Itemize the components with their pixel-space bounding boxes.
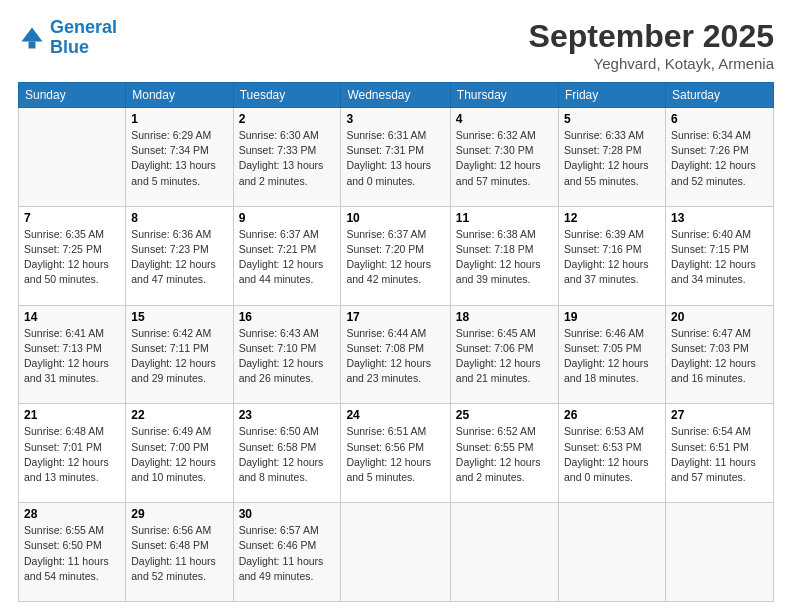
calendar-cell: 10Sunrise: 6:37 AMSunset: 7:20 PMDayligh… bbox=[341, 206, 450, 305]
day-info: Sunrise: 6:39 AMSunset: 7:16 PMDaylight:… bbox=[564, 227, 660, 288]
day-info: Sunrise: 6:35 AMSunset: 7:25 PMDaylight:… bbox=[24, 227, 120, 288]
calendar-cell bbox=[19, 108, 126, 207]
day-number: 5 bbox=[564, 112, 660, 126]
weekday-header: Thursday bbox=[450, 83, 558, 108]
calendar-week-row: 14Sunrise: 6:41 AMSunset: 7:13 PMDayligh… bbox=[19, 305, 774, 404]
calendar-cell: 16Sunrise: 6:43 AMSunset: 7:10 PMDayligh… bbox=[233, 305, 341, 404]
day-info: Sunrise: 6:36 AMSunset: 7:23 PMDaylight:… bbox=[131, 227, 227, 288]
day-info: Sunrise: 6:34 AMSunset: 7:26 PMDaylight:… bbox=[671, 128, 768, 189]
calendar-header-row: SundayMondayTuesdayWednesdayThursdayFrid… bbox=[19, 83, 774, 108]
day-number: 25 bbox=[456, 408, 553, 422]
calendar-cell: 28Sunrise: 6:55 AMSunset: 6:50 PMDayligh… bbox=[19, 503, 126, 602]
calendar-cell: 26Sunrise: 6:53 AMSunset: 6:53 PMDayligh… bbox=[558, 404, 665, 503]
day-number: 29 bbox=[131, 507, 227, 521]
day-number: 11 bbox=[456, 211, 553, 225]
day-info: Sunrise: 6:42 AMSunset: 7:11 PMDaylight:… bbox=[131, 326, 227, 387]
day-info: Sunrise: 6:33 AMSunset: 7:28 PMDaylight:… bbox=[564, 128, 660, 189]
day-info: Sunrise: 6:56 AMSunset: 6:48 PMDaylight:… bbox=[131, 523, 227, 584]
day-number: 13 bbox=[671, 211, 768, 225]
weekday-header: Sunday bbox=[19, 83, 126, 108]
svg-rect-2 bbox=[29, 41, 36, 48]
day-info: Sunrise: 6:29 AMSunset: 7:34 PMDaylight:… bbox=[131, 128, 227, 189]
calendar-cell: 9Sunrise: 6:37 AMSunset: 7:21 PMDaylight… bbox=[233, 206, 341, 305]
page: General Blue September 2025 Yeghvard, Ko… bbox=[0, 0, 792, 612]
day-number: 30 bbox=[239, 507, 336, 521]
location: Yeghvard, Kotayk, Armenia bbox=[529, 55, 774, 72]
day-number: 17 bbox=[346, 310, 444, 324]
calendar-cell: 20Sunrise: 6:47 AMSunset: 7:03 PMDayligh… bbox=[666, 305, 774, 404]
day-number: 15 bbox=[131, 310, 227, 324]
day-info: Sunrise: 6:49 AMSunset: 7:00 PMDaylight:… bbox=[131, 424, 227, 485]
calendar-cell: 7Sunrise: 6:35 AMSunset: 7:25 PMDaylight… bbox=[19, 206, 126, 305]
calendar-cell: 8Sunrise: 6:36 AMSunset: 7:23 PMDaylight… bbox=[126, 206, 233, 305]
day-info: Sunrise: 6:46 AMSunset: 7:05 PMDaylight:… bbox=[564, 326, 660, 387]
calendar-cell: 12Sunrise: 6:39 AMSunset: 7:16 PMDayligh… bbox=[558, 206, 665, 305]
day-info: Sunrise: 6:37 AMSunset: 7:20 PMDaylight:… bbox=[346, 227, 444, 288]
day-number: 6 bbox=[671, 112, 768, 126]
day-number: 27 bbox=[671, 408, 768, 422]
calendar-week-row: 7Sunrise: 6:35 AMSunset: 7:25 PMDaylight… bbox=[19, 206, 774, 305]
calendar-cell: 3Sunrise: 6:31 AMSunset: 7:31 PMDaylight… bbox=[341, 108, 450, 207]
day-number: 2 bbox=[239, 112, 336, 126]
day-number: 18 bbox=[456, 310, 553, 324]
weekday-header: Wednesday bbox=[341, 83, 450, 108]
calendar-cell: 25Sunrise: 6:52 AMSunset: 6:55 PMDayligh… bbox=[450, 404, 558, 503]
weekday-header: Tuesday bbox=[233, 83, 341, 108]
calendar-cell: 23Sunrise: 6:50 AMSunset: 6:58 PMDayligh… bbox=[233, 404, 341, 503]
day-info: Sunrise: 6:54 AMSunset: 6:51 PMDaylight:… bbox=[671, 424, 768, 485]
day-info: Sunrise: 6:53 AMSunset: 6:53 PMDaylight:… bbox=[564, 424, 660, 485]
calendar-week-row: 28Sunrise: 6:55 AMSunset: 6:50 PMDayligh… bbox=[19, 503, 774, 602]
title-block: September 2025 Yeghvard, Kotayk, Armenia bbox=[529, 18, 774, 72]
calendar-cell: 5Sunrise: 6:33 AMSunset: 7:28 PMDaylight… bbox=[558, 108, 665, 207]
day-number: 20 bbox=[671, 310, 768, 324]
logo: General Blue bbox=[18, 18, 117, 58]
day-info: Sunrise: 6:30 AMSunset: 7:33 PMDaylight:… bbox=[239, 128, 336, 189]
day-number: 4 bbox=[456, 112, 553, 126]
day-number: 12 bbox=[564, 211, 660, 225]
day-number: 23 bbox=[239, 408, 336, 422]
weekday-header: Monday bbox=[126, 83, 233, 108]
day-number: 19 bbox=[564, 310, 660, 324]
day-info: Sunrise: 6:45 AMSunset: 7:06 PMDaylight:… bbox=[456, 326, 553, 387]
day-number: 24 bbox=[346, 408, 444, 422]
calendar-table: SundayMondayTuesdayWednesdayThursdayFrid… bbox=[18, 82, 774, 602]
calendar-cell: 13Sunrise: 6:40 AMSunset: 7:15 PMDayligh… bbox=[666, 206, 774, 305]
day-number: 16 bbox=[239, 310, 336, 324]
day-info: Sunrise: 6:48 AMSunset: 7:01 PMDaylight:… bbox=[24, 424, 120, 485]
calendar-cell: 17Sunrise: 6:44 AMSunset: 7:08 PMDayligh… bbox=[341, 305, 450, 404]
calendar-cell: 2Sunrise: 6:30 AMSunset: 7:33 PMDaylight… bbox=[233, 108, 341, 207]
day-info: Sunrise: 6:31 AMSunset: 7:31 PMDaylight:… bbox=[346, 128, 444, 189]
calendar-cell bbox=[450, 503, 558, 602]
month-title: September 2025 bbox=[529, 18, 774, 55]
calendar-cell bbox=[666, 503, 774, 602]
calendar-cell: 6Sunrise: 6:34 AMSunset: 7:26 PMDaylight… bbox=[666, 108, 774, 207]
calendar-cell: 14Sunrise: 6:41 AMSunset: 7:13 PMDayligh… bbox=[19, 305, 126, 404]
svg-marker-1 bbox=[22, 27, 43, 41]
calendar-week-row: 21Sunrise: 6:48 AMSunset: 7:01 PMDayligh… bbox=[19, 404, 774, 503]
logo-icon bbox=[18, 24, 46, 52]
day-info: Sunrise: 6:38 AMSunset: 7:18 PMDaylight:… bbox=[456, 227, 553, 288]
calendar-cell bbox=[341, 503, 450, 602]
calendar-cell: 11Sunrise: 6:38 AMSunset: 7:18 PMDayligh… bbox=[450, 206, 558, 305]
day-info: Sunrise: 6:57 AMSunset: 6:46 PMDaylight:… bbox=[239, 523, 336, 584]
day-info: Sunrise: 6:44 AMSunset: 7:08 PMDaylight:… bbox=[346, 326, 444, 387]
day-number: 26 bbox=[564, 408, 660, 422]
calendar-cell: 18Sunrise: 6:45 AMSunset: 7:06 PMDayligh… bbox=[450, 305, 558, 404]
calendar-cell bbox=[558, 503, 665, 602]
day-info: Sunrise: 6:32 AMSunset: 7:30 PMDaylight:… bbox=[456, 128, 553, 189]
logo-line2: Blue bbox=[50, 37, 89, 57]
day-info: Sunrise: 6:43 AMSunset: 7:10 PMDaylight:… bbox=[239, 326, 336, 387]
day-info: Sunrise: 6:41 AMSunset: 7:13 PMDaylight:… bbox=[24, 326, 120, 387]
day-number: 14 bbox=[24, 310, 120, 324]
header: General Blue September 2025 Yeghvard, Ko… bbox=[18, 18, 774, 72]
logo-text: General Blue bbox=[50, 18, 117, 58]
day-number: 22 bbox=[131, 408, 227, 422]
day-info: Sunrise: 6:40 AMSunset: 7:15 PMDaylight:… bbox=[671, 227, 768, 288]
day-number: 10 bbox=[346, 211, 444, 225]
calendar-cell: 30Sunrise: 6:57 AMSunset: 6:46 PMDayligh… bbox=[233, 503, 341, 602]
day-number: 1 bbox=[131, 112, 227, 126]
weekday-header: Friday bbox=[558, 83, 665, 108]
calendar-cell: 19Sunrise: 6:46 AMSunset: 7:05 PMDayligh… bbox=[558, 305, 665, 404]
day-number: 7 bbox=[24, 211, 120, 225]
calendar-cell: 21Sunrise: 6:48 AMSunset: 7:01 PMDayligh… bbox=[19, 404, 126, 503]
